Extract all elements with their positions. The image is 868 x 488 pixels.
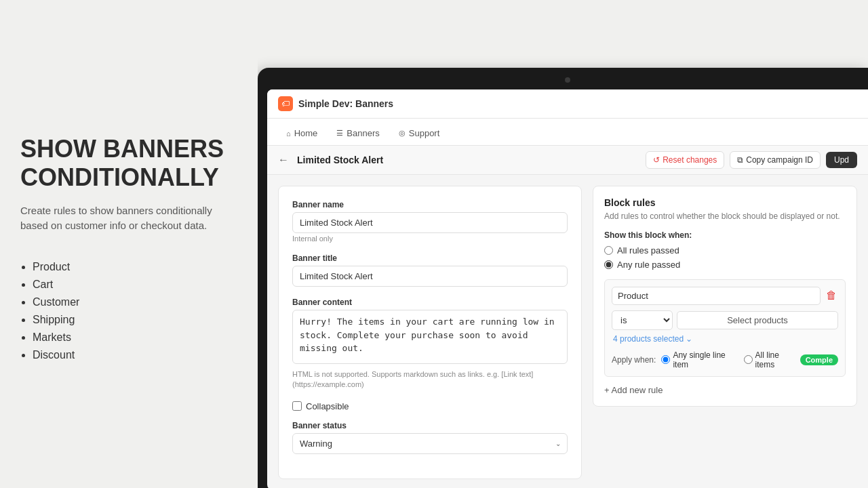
reset-button[interactable]: ↺ Reset changes (646, 151, 724, 169)
list-item-discount: Discount (33, 349, 237, 361)
copy-campaign-button[interactable]: ⧉ Copy campaign ID (730, 151, 821, 169)
banner-title-label: Banner title (292, 253, 568, 263)
app-toolbar: ← Limited Stock Alert ↺ Reset changes ⧉ … (267, 146, 868, 175)
rule-type-row: Product Cart Customer Shipping Markets D… (612, 287, 838, 305)
heading: SHOW BANNERS CONDITIONALLY (20, 135, 237, 191)
collapsible-label: Collapsible (306, 401, 349, 411)
nav-banners[interactable]: ☰ Banners (328, 124, 387, 145)
apply-single-item: Any single line item (661, 350, 734, 369)
any-rule-radio[interactable] (604, 260, 613, 269)
list-item-customer: Customer (33, 296, 237, 308)
banner-name-group: Banner name Internal only (292, 200, 568, 243)
banner-status-label: Banner status (292, 421, 568, 430)
update-button[interactable]: Upd (826, 152, 857, 168)
rules-desc: Add rules to control whether the block s… (604, 211, 846, 222)
chevron-down-icon: ⌄ (686, 334, 692, 344)
banner-content-hint: HTML is not supported. Supports markdown… (292, 369, 568, 390)
collapsible-row: Collapsible (292, 401, 568, 411)
delete-rule-button[interactable]: 🗑 (825, 289, 838, 302)
rule-condition-block: Product Cart Customer Shipping Markets D… (604, 279, 846, 377)
apply-all-radio[interactable] (744, 355, 753, 364)
support-icon: ◎ (399, 129, 406, 138)
apply-radio-group: Any single line item All line items (661, 350, 794, 369)
nav-support[interactable]: ◎ Support (391, 124, 448, 145)
rule-operator-row: is is not Select products (612, 310, 838, 330)
camera-dot (565, 77, 570, 83)
banner-status-group: Banner status Warning Info Success Error… (292, 421, 568, 454)
rules-title: Block rules (604, 197, 846, 208)
products-selected-link[interactable]: 4 products selected ⌄ (612, 334, 838, 344)
home-icon: ⌂ (286, 129, 291, 138)
operator-select[interactable]: is is not (612, 310, 673, 330)
radio-any-rule: Any rule passed (604, 260, 846, 270)
banner-content-input[interactable]: Hurry! The items in your cart are runnin… (292, 310, 568, 364)
back-button[interactable]: ← (278, 154, 289, 166)
app-title: Simple Dev: Banners (298, 98, 393, 109)
rule-type-select[interactable]: Product Cart Customer Shipping Markets D… (612, 287, 821, 305)
radio-all-rules: All rules passed (604, 245, 846, 256)
list-item-product: Product (33, 261, 237, 273)
show-when-radio-group: All rules passed Any rule passed (604, 245, 846, 270)
apply-when-label: Apply when: (612, 355, 656, 365)
banner-title-input[interactable] (292, 266, 568, 287)
left-panel: SHOW BANNERS CONDITIONALLY Create rules … (0, 0, 258, 488)
form-panel: Banner name Internal only Banner title B… (278, 186, 582, 479)
description: Create rules to show banners conditional… (20, 203, 237, 234)
banner-title-group: Banner title (292, 253, 568, 287)
nav-home[interactable]: ⌂ Home (278, 124, 326, 145)
app-nav: ⌂ Home ☰ Banners ◎ Support (267, 119, 868, 146)
banner-content-group: Banner content Hurry! The items in your … (292, 298, 568, 390)
banner-name-input[interactable] (292, 212, 568, 233)
banner-status-select-wrap: Warning Info Success Error ⌄ (292, 433, 568, 454)
tablet-frame: 🏷 Simple Dev: Banners ⌂ Home ☰ Banners ◎… (258, 68, 868, 488)
banner-content-label: Banner content (292, 298, 568, 307)
right-panel: 🏷 Simple Dev: Banners ⌂ Home ☰ Banners ◎… (258, 0, 868, 488)
copy-icon: ⧉ (737, 155, 743, 165)
list-item-shipping: Shipping (33, 314, 237, 326)
complete-badge: Comple (800, 354, 838, 365)
rules-card: Block rules Add rules to control whether… (593, 186, 857, 407)
page-title: Limited Stock Alert (297, 155, 640, 165)
banner-status-select[interactable]: Warning Info Success Error (292, 433, 568, 454)
banner-name-label: Banner name (292, 200, 568, 209)
banner-name-hint: Internal only (292, 235, 568, 243)
reset-icon: ↺ (653, 155, 660, 165)
all-rules-radio[interactable] (604, 246, 613, 255)
app-icon: 🏷 (278, 96, 293, 111)
tablet-inner: 🏷 Simple Dev: Banners ⌂ Home ☰ Banners ◎… (267, 89, 868, 488)
app-content: Banner name Internal only Banner title B… (267, 175, 868, 488)
apply-all-items: All line items (744, 350, 795, 369)
feature-list: Product Cart Customer Shipping Markets D… (20, 261, 237, 367)
apply-single-radio[interactable] (661, 355, 670, 364)
list-item-cart: Cart (33, 279, 237, 291)
app-topbar: 🏷 Simple Dev: Banners (267, 89, 868, 119)
add-rule-button[interactable]: + Add new rule (604, 385, 663, 395)
show-when-label: Show this block when: (604, 230, 846, 240)
any-rule-label: Any rule passed (617, 260, 680, 270)
select-products-button[interactable]: Select products (677, 311, 838, 329)
list-item-markets: Markets (33, 331, 237, 344)
banners-icon: ☰ (336, 129, 343, 138)
all-rules-label: All rules passed (617, 245, 679, 256)
apply-when-row: Apply when: Any single line item All lin… (612, 350, 838, 369)
collapsible-checkbox[interactable] (292, 401, 302, 411)
rules-panel: Block rules Add rules to control whether… (593, 186, 857, 479)
